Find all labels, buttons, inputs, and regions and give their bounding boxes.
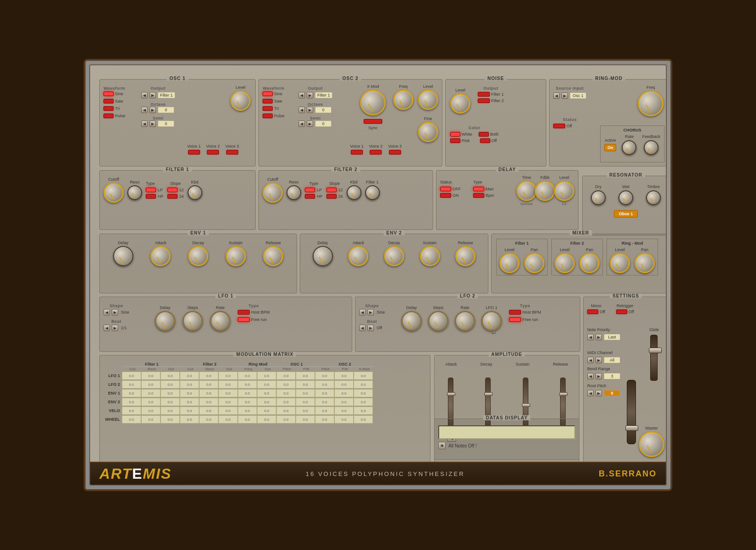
modmatrix-cell[interactable]: 0.0 (238, 389, 257, 397)
filter1-hp-led[interactable] (146, 194, 156, 199)
modmatrix-cell[interactable]: 0.0 (354, 380, 373, 389)
lfo2-shape-prev[interactable]: ◀ (359, 309, 366, 315)
osc1-saw-btn[interactable]: Saw (103, 99, 126, 103)
settings-retrigger-led[interactable] (616, 309, 627, 314)
modmatrix-cell[interactable]: 0.0 (122, 380, 141, 389)
modmatrix-cell[interactable]: 0.0 (296, 389, 315, 397)
osc2-sine-led[interactable] (263, 92, 273, 96)
modmatrix-cell[interactable]: 0.0 (160, 380, 180, 389)
lfo2-lfo1-knob[interactable] (481, 311, 502, 331)
osc2-output-prev[interactable]: ◀ (298, 92, 305, 98)
modmatrix-cell[interactable]: 0.0 (334, 407, 354, 415)
env2-delay-knob[interactable] (313, 246, 333, 266)
modmatrix-cell[interactable]: 0.0 (354, 415, 373, 424)
modmatrix-cell[interactable]: 0.0 (257, 389, 276, 397)
lfo2-shape-next[interactable]: ▶ (367, 309, 374, 315)
delay-on-btn[interactable]: ON (440, 193, 461, 198)
delay-fdbk-knob[interactable] (535, 181, 555, 201)
lfo1-delay-knob[interactable] (155, 311, 175, 331)
modmatrix-cell[interactable]: 0.0 (276, 407, 296, 415)
delay-man-led[interactable] (473, 187, 484, 191)
lfo1-beat-prev[interactable]: ◀ (103, 325, 110, 331)
osc1-sine-led[interactable] (103, 92, 114, 96)
modmatrix-cell[interactable]: 0.0 (315, 389, 334, 397)
noise-f2-btn[interactable]: Filter 2 (478, 98, 504, 103)
modmatrix-cell[interactable]: 0.0 (238, 415, 257, 424)
modmatrix-cell[interactable]: 0.0 (276, 372, 296, 380)
modmatrix-cell[interactable]: 0.0 (354, 398, 373, 406)
modmatrix-cell[interactable]: 0.0 (218, 407, 238, 415)
lfo1-shape-next[interactable]: ▶ (112, 309, 118, 315)
noise-level-knob[interactable] (450, 93, 470, 114)
modmatrix-cell[interactable]: 0.0 (180, 407, 199, 415)
osc2-pulse-btn[interactable]: Pulse (263, 114, 285, 118)
mixer-rm-level-knob[interactable] (610, 253, 630, 273)
modmatrix-cell[interactable]: 0.0 (122, 407, 141, 415)
settings-mono-btn[interactable]: Off (587, 309, 605, 314)
modmatrix-cell[interactable]: 0.0 (180, 398, 199, 406)
filter1-lp-led[interactable] (146, 188, 156, 192)
osc1-voice3-btn[interactable] (226, 150, 238, 155)
settings-mono-led[interactable] (587, 309, 598, 314)
env1-delay-knob[interactable] (113, 246, 133, 266)
modmatrix-cell[interactable]: 0.0 (122, 389, 141, 397)
delay-bpm-led[interactable] (473, 193, 484, 198)
lfo1-hostbpm-led[interactable] (238, 310, 250, 315)
osc1-pulse-btn[interactable]: Pulse (103, 114, 126, 118)
modmatrix-cell[interactable]: 0.0 (296, 407, 315, 415)
osc2-octave-next[interactable]: ▶ (307, 107, 313, 113)
modmatrix-cell[interactable]: 0.0 (354, 389, 373, 397)
modmatrix-cell[interactable]: 0.0 (315, 380, 334, 389)
osc2-semi-prev[interactable]: ◀ (298, 120, 305, 127)
modmatrix-cell[interactable]: 0.0 (122, 398, 141, 406)
modmatrix-cell[interactable]: 0.0 (199, 398, 218, 406)
osc1-saw-led[interactable] (103, 99, 114, 103)
osc2-sine-btn[interactable]: Sine (263, 92, 285, 96)
lfo2-hostbpm-btn[interactable]: Host BPM (509, 310, 541, 315)
modmatrix-cell[interactable]: 0.0 (315, 372, 334, 380)
filter2-hp-led[interactable] (305, 194, 315, 199)
settings-master-knob[interactable] (639, 431, 664, 457)
modmatrix-cell[interactable]: 0.0 (199, 389, 218, 397)
lfo1-beat-next[interactable]: ▶ (112, 325, 118, 331)
settings-midi-prev[interactable]: ◀ (587, 357, 594, 363)
lfo1-steps-knob[interactable] (183, 311, 203, 331)
osc1-octave-prev[interactable]: ◀ (141, 107, 148, 113)
modmatrix-cell[interactable]: 0.0 (141, 407, 160, 415)
osc1-voice2-btn[interactable] (207, 150, 219, 155)
modmatrix-cell[interactable]: 0.0 (199, 407, 218, 415)
modmatrix-cell[interactable]: 0.0 (238, 372, 257, 380)
noise-both-led[interactable] (479, 132, 489, 137)
settings-retrigger-btn[interactable]: Off (616, 309, 634, 314)
osc1-level-knob[interactable] (230, 91, 251, 111)
mixer-f1-level-knob[interactable] (499, 253, 520, 273)
chorus-active-btn[interactable]: On (604, 144, 617, 151)
modmatrix-cell[interactable]: 0.0 (296, 380, 315, 389)
amp-attack-thumb[interactable] (447, 392, 455, 396)
delay-man-btn[interactable]: Man (473, 187, 494, 191)
noise-f1-btn[interactable]: Filter 1 (478, 92, 504, 97)
modmatrix-cell[interactable]: 0.0 (141, 415, 160, 424)
env1-attack-knob[interactable] (150, 246, 171, 266)
modmatrix-cell[interactable]: 0.0 (238, 380, 257, 389)
filter1-s24-led[interactable] (167, 194, 178, 199)
modmatrix-cell[interactable]: 0.0 (160, 398, 180, 406)
modmatrix-cell[interactable]: 0.0 (218, 372, 238, 380)
amp-decay-thumb[interactable] (484, 392, 493, 396)
delay-level-knob[interactable] (554, 181, 574, 201)
osc2-level-knob[interactable] (418, 90, 438, 110)
env2-sustain-knob[interactable] (420, 246, 440, 266)
modmatrix-cell[interactable]: 0.0 (218, 415, 238, 424)
modmatrix-cell[interactable]: 0.0 (218, 398, 238, 406)
ringmod-source-next[interactable]: ▶ (561, 92, 568, 99)
modmatrix-cell[interactable]: 0.0 (334, 389, 354, 397)
noise-f1-led[interactable] (478, 92, 490, 97)
noise-white-btn[interactable]: White (450, 132, 472, 137)
noise-off-led[interactable] (480, 138, 490, 143)
filter1-kbd-knob[interactable] (188, 185, 202, 200)
env1-release-knob[interactable] (263, 246, 283, 266)
modmatrix-cell[interactable]: 0.0 (141, 372, 160, 380)
osc2-tri-led[interactable] (263, 106, 273, 111)
ringmod-source-prev[interactable]: ◀ (553, 92, 560, 99)
modmatrix-cell[interactable]: 0.0 (160, 407, 180, 415)
